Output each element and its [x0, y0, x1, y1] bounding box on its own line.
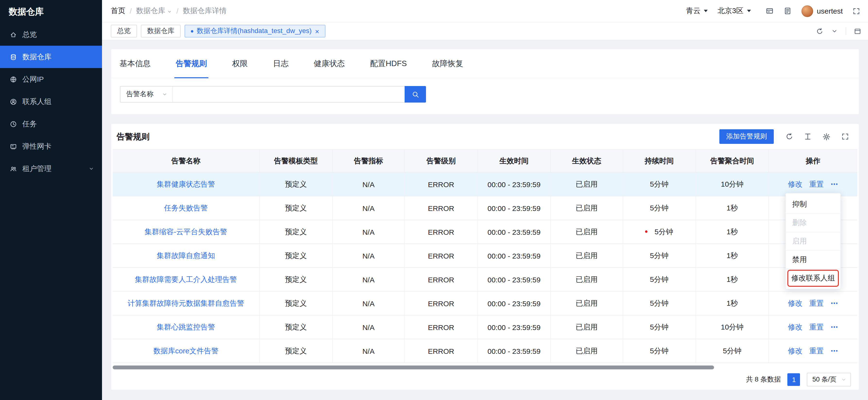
sidebar-item-label: 数据仓库 — [22, 52, 52, 61]
sidebar-item-tenant-mgmt[interactable]: 租户管理 — [0, 158, 102, 180]
zone-selector[interactable]: 北京3区 — [718, 6, 751, 16]
cell-alarm-name: 数据库core文件告警 — [113, 339, 259, 363]
more-actions-button[interactable]: ⋯ — [831, 180, 838, 189]
chevron-down-icon — [162, 91, 167, 97]
alarm-name-link[interactable]: 集群故障需要人工介入处理告警 — [135, 275, 237, 283]
table-row[interactable]: 集群健康状态告警预定义N/AERROR00:00 - 23:59:59已启用5分… — [113, 172, 857, 196]
window-tab-1[interactable]: 总览 — [111, 25, 137, 37]
detail-card: 基本信息告警规则权限日志健康状态配置HDFS故障恢复 告警名称 — [111, 49, 859, 114]
modify-link[interactable]: 修改 — [788, 346, 802, 355]
table-fullscreen-icon[interactable] — [841, 133, 849, 140]
section-title: 告警规则 — [117, 131, 150, 142]
menu-item-suppress[interactable]: 抑制 — [786, 195, 840, 214]
row-actions: 修改重置⋯ — [788, 179, 838, 189]
cell-aggregation: 1秒 — [696, 220, 769, 244]
column-header: 告警名称 — [113, 149, 259, 172]
alarm-name-link[interactable]: 数据库core文件告警 — [153, 346, 218, 354]
more-actions-button[interactable]: ⋯ — [831, 346, 838, 355]
tab-health-status[interactable]: 健康状态 — [312, 49, 346, 78]
alarm-name-link[interactable]: 集群缩容-云平台失败告警 — [145, 227, 227, 235]
refresh-icon[interactable] — [785, 133, 793, 140]
divider — [846, 27, 846, 35]
breadcrumb-separator: / — [130, 7, 132, 15]
cell-effective-time: 00:00 - 23:59:59 — [477, 315, 550, 339]
cell-alarm-name: 集群心跳监控告警 — [113, 315, 259, 339]
window-tab-3[interactable]: 数据仓库详情(hashdata_test_dw_yes)× — [185, 25, 326, 37]
panel-toggle-icon[interactable] — [854, 27, 861, 35]
breadcrumb-item[interactable]: 数据仓库 — [136, 6, 172, 16]
search-button[interactable] — [405, 86, 426, 103]
menu-item-disable[interactable]: 禁用 — [786, 251, 840, 269]
table-row[interactable]: 计算集群故障待元数据集群自愈告警预定义N/AERROR00:00 - 23:59… — [113, 291, 857, 315]
sidebar-item-data-warehouse[interactable]: 数据仓库 — [0, 46, 102, 68]
menu-item-modify-contact-group[interactable]: 修改联系人组 — [787, 270, 839, 287]
cell-level: ERROR — [405, 267, 477, 291]
reset-link[interactable]: 重置 — [809, 346, 824, 355]
tab-alarm-rules[interactable]: 告警规则 — [175, 49, 208, 78]
cell-effective-time: 00:00 - 23:59:59 — [477, 172, 550, 196]
cell-effective-time: 00:00 - 23:59:59 — [477, 267, 550, 291]
alarm-name-link[interactable]: 集群健康状态告警 — [157, 179, 215, 188]
table-row[interactable]: 数据库core文件告警预定义N/AERROR00:00 - 23:59:59已启… — [113, 339, 857, 363]
alarm-name-link[interactable]: 任务失败告警 — [164, 203, 208, 212]
globe-icon — [10, 76, 17, 83]
sidebar-item-elastic-nic[interactable]: 弹性网卡 — [0, 135, 102, 158]
user-menu[interactable]: usertest — [801, 5, 843, 17]
table-row[interactable]: 集群心跳监控告警预定义N/AERROR00:00 - 23:59:59已启用5分… — [113, 315, 857, 339]
fullscreen-icon[interactable] — [852, 7, 860, 15]
scrollbar-thumb[interactable] — [113, 366, 714, 369]
breadcrumb-item[interactable]: 首页 — [111, 6, 125, 16]
tab-permissions[interactable]: 权限 — [231, 49, 249, 78]
reset-link[interactable]: 重置 — [809, 322, 824, 332]
modify-link[interactable]: 修改 — [788, 179, 802, 189]
chevron-down-icon[interactable] — [831, 28, 838, 34]
cell-level: ERROR — [405, 220, 477, 244]
contacts-icon — [10, 98, 17, 105]
page-button-1[interactable]: 1 — [787, 373, 800, 386]
table-row[interactable]: 集群缩容-云平台失败告警预定义N/AERROR00:00 - 23:59:59已… — [113, 220, 857, 244]
sidebar-item-tasks[interactable]: 任务 — [0, 113, 102, 135]
modify-link[interactable]: 修改 — [788, 322, 802, 332]
window-tab-label: 总览 — [117, 27, 131, 35]
sidebar-item-public-ip[interactable]: 公网IP — [0, 68, 102, 90]
more-actions-button[interactable]: ⋯ — [831, 299, 838, 308]
home-icon — [10, 31, 17, 38]
window-tab-2[interactable]: 数据仓库 — [141, 25, 181, 37]
billing-icon[interactable] — [765, 7, 774, 15]
settings-gear-icon[interactable] — [822, 133, 831, 141]
alarm-name-link[interactable]: 计算集群故障待元数据集群自愈告警 — [128, 299, 244, 307]
tab-basic-info[interactable]: 基本信息 — [118, 49, 152, 78]
region-selector[interactable]: 青云 — [686, 6, 708, 16]
sidebar-item-overview[interactable]: 总览 — [0, 23, 102, 46]
page-size-select[interactable]: 50 条/页 — [807, 373, 851, 387]
close-icon[interactable]: × — [315, 27, 319, 35]
reset-link[interactable]: 重置 — [809, 179, 824, 189]
tab-logs[interactable]: 日志 — [272, 49, 290, 78]
alarm-name-link[interactable]: 集群故障自愈通知 — [157, 251, 215, 259]
alarm-name-link[interactable]: 集群心跳监控告警 — [157, 322, 215, 331]
table-row[interactable]: 任务失败告警预定义N/AERROR00:00 - 23:59:59已启用5分钟1… — [113, 196, 857, 220]
document-icon[interactable] — [783, 7, 792, 15]
modify-link[interactable]: 修改 — [788, 299, 802, 308]
row-height-icon[interactable] — [804, 133, 812, 140]
refresh-icon[interactable] — [816, 27, 823, 35]
breadcrumb-item[interactable]: 数据仓库详情 — [183, 6, 226, 16]
column-header: 操作 — [769, 149, 857, 172]
cell-actions: 修改重置⋯ — [769, 172, 857, 196]
cell-template-type: 预定义 — [259, 196, 332, 220]
tab-fault-recovery[interactable]: 故障恢复 — [431, 49, 465, 78]
cell-aggregation: 1秒 — [696, 196, 769, 220]
reset-link[interactable]: 重置 — [809, 299, 824, 308]
add-alarm-rule-button[interactable]: 添加告警规则 — [719, 129, 774, 144]
cell-status: 已启用 — [551, 172, 623, 196]
sidebar-nav: 总览数据仓库公网IP联系人组任务弹性网卡租户管理 — [0, 23, 102, 180]
tab-hdfs-config[interactable]: 配置HDFS — [369, 49, 408, 78]
table-row[interactable]: 集群故障需要人工介入处理告警预定义N/AERROR00:00 - 23:59:5… — [113, 267, 857, 291]
search-field-select[interactable]: 告警名称 — [120, 87, 173, 102]
table-row[interactable]: 集群故障自愈通知预定义N/AERROR00:00 - 23:59:59已启用5分… — [113, 244, 857, 267]
cell-level: ERROR — [405, 196, 477, 220]
more-actions-button[interactable]: ⋯ — [831, 323, 838, 332]
sidebar-item-contact-groups[interactable]: 联系人组 — [0, 90, 102, 113]
search-input[interactable] — [173, 87, 405, 102]
row-actions-menu: 抑制删除启用禁用修改联系人组 — [785, 193, 841, 289]
